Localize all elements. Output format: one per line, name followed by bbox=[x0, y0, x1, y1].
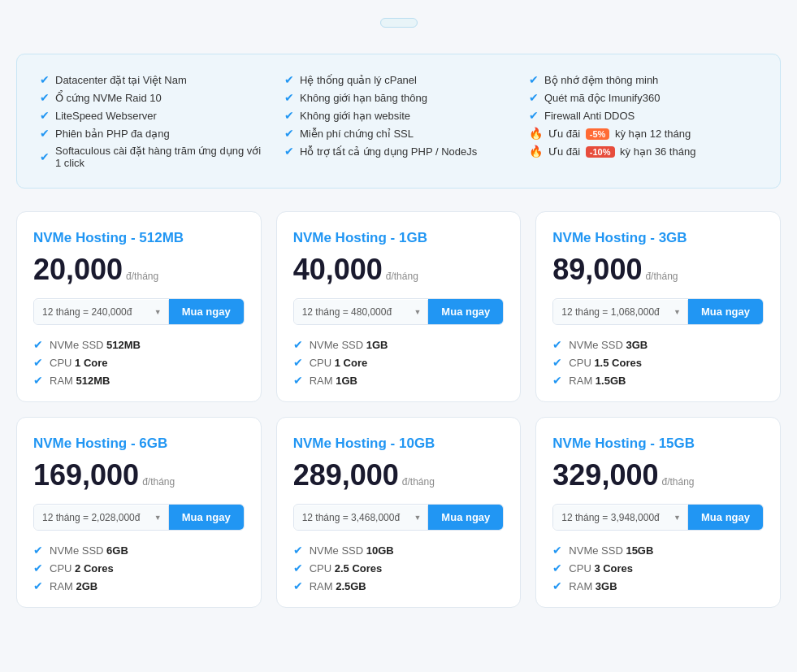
feature-label: Ổ cứng NVMe Raid 10 bbox=[55, 92, 162, 104]
spec-item: ✔ CPU 2.5 Cores bbox=[293, 561, 505, 574]
period-select-wrapper[interactable]: 12 tháng = 480,000đ bbox=[294, 300, 429, 324]
period-select-wrapper[interactable]: 12 tháng = 2,028,000đ bbox=[34, 505, 169, 530]
spec-item: ✔ CPU 3 Cores bbox=[552, 561, 764, 574]
buy-button[interactable]: Mua ngay bbox=[688, 299, 763, 324]
buy-button[interactable]: Mua ngay bbox=[428, 299, 503, 324]
feature-label: LiteSpeed Webserver bbox=[55, 110, 157, 122]
check-icon: ✔ bbox=[284, 127, 294, 140]
feature-item: ✔ Datacenter đặt tại Việt Nam bbox=[40, 71, 268, 89]
plan-card-512mb: NVMe Hosting - 512MB 20,000 đ/tháng 12 t… bbox=[16, 211, 262, 402]
plan-buy-row[interactable]: 12 tháng = 240,000đ Mua ngay bbox=[33, 298, 245, 325]
feature-label: Softaculous cài đặt hàng trăm ứng dụng v… bbox=[55, 145, 268, 169]
spec-item: ✔ RAM 512MB bbox=[33, 374, 245, 387]
features-box: ✔ Datacenter đặt tại Việt Nam ✔ Ổ cứng N… bbox=[16, 54, 781, 189]
check-icon: ✔ bbox=[529, 73, 539, 86]
spec-text: NVMe SSD 15GB bbox=[569, 544, 653, 557]
plan-name: NVMe Hosting - 10GB bbox=[293, 436, 505, 452]
spec-text: NVMe SSD 1GB bbox=[310, 339, 388, 351]
period-select[interactable]: 12 tháng = 1,068,000đ bbox=[553, 300, 687, 324]
period-select-wrapper[interactable]: 12 tháng = 1,068,000đ bbox=[553, 300, 688, 324]
plan-price-row: 329,000 đ/tháng bbox=[552, 458, 764, 492]
plan-specs: ✔ NVMe SSD 15GB ✔ CPU 3 Cores ✔ RAM 3GB bbox=[552, 544, 764, 592]
check-icon: ✔ bbox=[40, 127, 50, 140]
features-col1: ✔ Datacenter đặt tại Việt Nam ✔ Ổ cứng N… bbox=[40, 71, 268, 171]
check-circle-icon: ✔ bbox=[293, 579, 303, 592]
plan-card-1gb: NVMe Hosting - 1GB 40,000 đ/tháng 12 thá… bbox=[276, 211, 522, 402]
spec-text: RAM 1GB bbox=[310, 375, 357, 387]
feature-item: ✔ Không giới hạn website bbox=[284, 106, 513, 124]
check-circle-icon: ✔ bbox=[33, 544, 43, 557]
plan-price: 289,000 bbox=[293, 458, 399, 492]
spec-text: RAM 2.5GB bbox=[310, 580, 366, 592]
feature-label: Phiên bản PHP đa dạng bbox=[55, 128, 170, 140]
spec-text: CPU 1.5 Cores bbox=[569, 357, 642, 369]
plan-buy-row[interactable]: 12 tháng = 2,028,000đ Mua ngay bbox=[33, 504, 245, 531]
check-icon: ✔ bbox=[284, 73, 294, 86]
check-icon: ✔ bbox=[284, 145, 294, 158]
spec-item: ✔ NVMe SSD 15GB bbox=[552, 544, 764, 557]
feature-item: ✔ Quét mã độc Imunify360 bbox=[529, 89, 757, 106]
plan-price: 20,000 bbox=[33, 253, 123, 287]
buy-button[interactable]: Mua ngay bbox=[428, 505, 503, 530]
spec-item: ✔ NVMe SSD 3GB bbox=[552, 338, 764, 351]
spec-item: ✔ RAM 1GB bbox=[293, 374, 505, 387]
period-select-wrapper[interactable]: 12 tháng = 240,000đ bbox=[34, 300, 169, 324]
plan-card-10gb: NVMe Hosting - 10GB 289,000 đ/tháng 12 t… bbox=[276, 417, 522, 608]
period-select[interactable]: 12 tháng = 3,468,000đ bbox=[294, 505, 428, 530]
period-select-wrapper[interactable]: 12 tháng = 3,468,000đ bbox=[294, 505, 429, 530]
check-icon: ✔ bbox=[284, 91, 294, 104]
check-circle-icon: ✔ bbox=[293, 356, 303, 369]
plan-buy-row[interactable]: 12 tháng = 3,468,000đ Mua ngay bbox=[293, 504, 505, 531]
plan-name: NVMe Hosting - 1GB bbox=[293, 230, 505, 246]
check-circle-icon: ✔ bbox=[33, 356, 43, 369]
spec-text: NVMe SSD 10GB bbox=[310, 544, 394, 557]
check-circle-icon: ✔ bbox=[552, 374, 562, 387]
check-circle-icon: ✔ bbox=[33, 374, 43, 387]
buy-button[interactable]: Mua ngay bbox=[688, 505, 763, 530]
plan-price: 329,000 bbox=[552, 458, 658, 492]
period-select[interactable]: 12 tháng = 2,028,000đ bbox=[34, 505, 168, 530]
period-select[interactable]: 12 tháng = 3,948,000đ bbox=[553, 505, 687, 530]
plan-buy-row[interactable]: 12 tháng = 3,948,000đ Mua ngay bbox=[552, 504, 764, 531]
feature-item: ✔ Ổ cứng NVMe Raid 10 bbox=[40, 89, 268, 106]
spec-text: CPU 2.5 Cores bbox=[310, 562, 383, 574]
check-circle-icon: ✔ bbox=[552, 561, 562, 574]
buy-button[interactable]: Mua ngay bbox=[169, 299, 244, 324]
plan-name: NVMe Hosting - 3GB bbox=[552, 230, 764, 246]
check-circle-icon: ✔ bbox=[552, 338, 562, 351]
check-icon: ✔ bbox=[40, 91, 50, 104]
check-icon: ✔ bbox=[529, 91, 539, 104]
feature-promo-36m: 🔥 Ưu đãi -10% kỳ hạn 36 tháng bbox=[529, 142, 757, 160]
check-icon: ✔ bbox=[40, 73, 50, 86]
features-col2: ✔ Hệ thống quản lý cPanel ✔ Không giới h… bbox=[284, 71, 513, 171]
feature-item: ✔ LiteSpeed Webserver bbox=[40, 106, 268, 124]
plan-card-6gb: NVMe Hosting - 6GB 169,000 đ/tháng 12 th… bbox=[16, 417, 262, 608]
period-select[interactable]: 12 tháng = 240,000đ bbox=[34, 300, 168, 324]
plan-price-unit: đ/tháng bbox=[386, 271, 418, 282]
feature-item: ✔ Không giới hạn băng thông bbox=[284, 89, 513, 106]
spec-text: RAM 2GB bbox=[50, 580, 97, 592]
check-circle-icon: ✔ bbox=[293, 544, 303, 557]
check-icon: ✔ bbox=[529, 109, 539, 122]
period-select[interactable]: 12 tháng = 480,000đ bbox=[294, 300, 428, 324]
spec-text: CPU 2 Cores bbox=[50, 562, 114, 574]
feature-item: ✔ Firewall Anti DDOS bbox=[529, 106, 757, 124]
plan-buy-row[interactable]: 12 tháng = 1,068,000đ Mua ngay bbox=[552, 298, 764, 325]
plan-price-unit: đ/tháng bbox=[142, 476, 175, 488]
check-circle-icon: ✔ bbox=[552, 579, 562, 592]
period-select-wrapper[interactable]: 12 tháng = 3,948,000đ bbox=[553, 505, 688, 530]
spec-item: ✔ CPU 1 Core bbox=[293, 356, 505, 369]
feature-label: Bộ nhớ đệm thông minh bbox=[544, 74, 658, 86]
buy-button[interactable]: Mua ngay bbox=[169, 505, 244, 530]
promo-text: Ưu đãi -10% kỳ hạn 36 tháng bbox=[548, 145, 695, 158]
plan-buy-row[interactable]: 12 tháng = 480,000đ Mua ngay bbox=[293, 298, 505, 325]
plan-specs: ✔ NVMe SSD 10GB ✔ CPU 2.5 Cores ✔ RAM 2.… bbox=[293, 544, 505, 592]
discount-badge-5: -5% bbox=[586, 128, 610, 140]
spec-text: CPU 1 Core bbox=[310, 357, 368, 369]
badge-container bbox=[16, 16, 781, 31]
plan-price-unit: đ/tháng bbox=[126, 271, 158, 282]
spec-text: RAM 3GB bbox=[569, 580, 617, 592]
spec-item: ✔ CPU 1.5 Cores bbox=[552, 356, 764, 369]
spec-item: ✔ CPU 2 Cores bbox=[33, 561, 245, 574]
feature-item: ✔ Bộ nhớ đệm thông minh bbox=[529, 71, 757, 89]
